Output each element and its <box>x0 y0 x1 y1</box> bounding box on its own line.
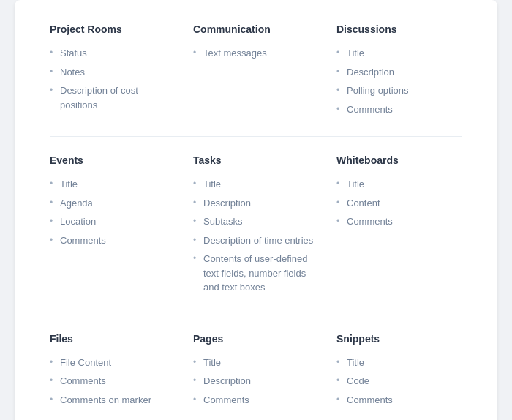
section-list-snippets: TitleCodeComments <box>336 353 462 410</box>
list-item: Description <box>193 372 319 391</box>
list-item: Content <box>336 194 462 213</box>
list-item: Text messages <box>193 44 319 63</box>
list-item: Comments on marker <box>50 391 176 410</box>
section-list-discussions: TitleDescriptionPolling optionsComments <box>336 44 462 119</box>
list-item: Polling options <box>336 81 462 100</box>
section-list-whiteboards: TitleContentComments <box>336 175 462 231</box>
list-item: Agenda <box>50 194 176 213</box>
list-item: Description <box>336 63 462 82</box>
list-item: Contents of user-defined text fields, nu… <box>193 250 319 297</box>
list-item: Comments <box>50 372 176 391</box>
list-item: Location <box>50 212 176 231</box>
list-item: Title <box>336 44 462 63</box>
list-item: Title <box>336 175 462 194</box>
section-title-whiteboards: Whiteboards <box>336 154 462 166</box>
section-communication: CommunicationText messages <box>184 23 328 136</box>
section-list-communication: Text messages <box>193 44 319 63</box>
list-item: Title <box>193 175 319 194</box>
section-project-rooms: Project RoomsStatusNotesDescription of c… <box>41 23 184 136</box>
list-item: Comments <box>336 212 462 231</box>
section-title-snippets: Snippets <box>336 333 462 345</box>
section-title-communication: Communication <box>193 23 319 35</box>
list-item: Title <box>50 175 176 194</box>
section-title-project-rooms: Project Rooms <box>50 23 176 35</box>
section-pages: PagesTitleDescriptionComments <box>184 333 328 421</box>
list-item: Description <box>193 194 319 213</box>
section-list-project-rooms: StatusNotesDescription of cost positions <box>50 44 176 114</box>
section-tasks: TasksTitleDescriptionSubtasksDescription… <box>184 154 328 315</box>
list-item: Description of time entries <box>193 231 319 250</box>
section-title-events: Events <box>50 154 176 166</box>
section-title-tasks: Tasks <box>193 154 319 166</box>
row-divider <box>50 136 462 137</box>
list-item: Code <box>336 372 462 391</box>
list-item: Subtasks <box>193 212 319 231</box>
list-item: Comments <box>193 391 319 410</box>
section-files: FilesFile ContentCommentsComments on mar… <box>41 333 184 421</box>
section-list-events: TitleAgendaLocationComments <box>50 175 176 250</box>
row-divider <box>50 315 462 315</box>
section-whiteboards: WhiteboardsTitleContentComments <box>328 154 471 315</box>
content-grid: Project RoomsStatusNotesDescription of c… <box>41 23 471 420</box>
list-item: Description of cost positions <box>50 81 176 114</box>
list-item: Title <box>193 353 319 372</box>
list-item: Title <box>336 353 462 372</box>
section-list-tasks: TitleDescriptionSubtasksDescription of t… <box>193 175 319 297</box>
list-item: File Content <box>50 353 176 372</box>
section-list-files: File ContentCommentsComments on marker <box>50 353 176 410</box>
section-events: EventsTitleAgendaLocationComments <box>41 154 184 315</box>
list-item: Notes <box>50 63 176 82</box>
section-title-pages: Pages <box>193 333 319 345</box>
section-discussions: DiscussionsTitleDescriptionPolling optio… <box>328 23 471 136</box>
main-card: Project RoomsStatusNotesDescription of c… <box>15 0 497 420</box>
list-item: Comments <box>50 231 176 250</box>
list-item: Comments <box>336 100 462 119</box>
section-list-pages: TitleDescriptionComments <box>193 353 319 410</box>
section-title-discussions: Discussions <box>336 23 462 35</box>
list-item: Status <box>50 44 176 63</box>
section-snippets: SnippetsTitleCodeComments <box>328 333 471 421</box>
section-title-files: Files <box>50 333 176 345</box>
list-item: Comments <box>336 391 462 410</box>
